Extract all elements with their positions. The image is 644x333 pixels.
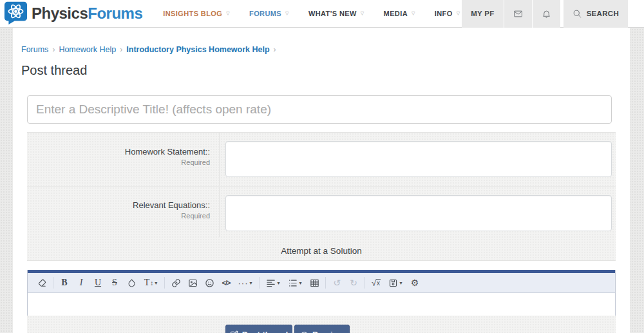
physics-forums-logo[interactable]: PhysicsForums — [4, 1, 142, 27]
relevant-equations-input[interactable] — [225, 195, 612, 231]
inbox-button[interactable] — [504, 0, 532, 28]
nav-insights-blog[interactable]: INSIGHTS BLOG▽ — [163, 10, 230, 17]
nav-whats-new[interactable]: WHAT'S NEW▽ — [308, 10, 365, 17]
insert-latex-button[interactable]: √x — [368, 275, 384, 290]
chevron-down-icon: ▽ — [412, 11, 415, 16]
align-lines-icon — [266, 278, 276, 288]
chevron-down-icon: ▽ — [361, 11, 365, 16]
editor-toolbar: B I U S T↕▾ </> ···▾ ▾ — [28, 273, 615, 293]
toolbar-separator — [325, 277, 326, 289]
search-chip-group: SEARCH — [564, 0, 628, 28]
eraser-icon — [37, 278, 47, 288]
required-hint: Required — [27, 212, 210, 220]
post-thread-button[interactable]: Post thread — [225, 325, 292, 333]
header-user-tools: MY PF SEARCH — [462, 0, 628, 28]
caret-down-icon: ▾ — [249, 280, 252, 286]
logo-text: PhysicsForums — [32, 5, 142, 23]
search-button[interactable]: SEARCH — [564, 0, 628, 28]
breadcrumb-forums[interactable]: Forums — [21, 45, 48, 54]
page-content: Forums›Homework Help›Introductory Physic… — [13, 28, 630, 333]
text-color-button[interactable] — [123, 275, 140, 290]
breadcrumb-homework-help[interactable]: Homework Help — [59, 45, 116, 54]
editor-settings-button[interactable]: ⚙ — [406, 275, 423, 290]
insert-table-button[interactable] — [306, 275, 323, 290]
chevron-down-icon: ▽ — [226, 11, 230, 16]
italic-button[interactable]: I — [73, 275, 90, 290]
bold-button[interactable]: B — [56, 275, 73, 290]
remove-formatting-button[interactable] — [33, 275, 50, 290]
relevant-equations-label: Relevant Equations:: — [27, 200, 210, 210]
thread-title-input[interactable] — [27, 95, 612, 124]
bell-icon — [542, 9, 551, 19]
alerts-button[interactable] — [532, 0, 560, 28]
page-title: Post thread — [21, 63, 87, 78]
attempt-at-solution-label: Attempt at a Solution — [27, 246, 616, 256]
compose-icon — [230, 330, 238, 333]
toolbar-separator — [259, 277, 260, 289]
nav-media[interactable]: MEDIA▽ — [384, 10, 415, 17]
toolbar-separator — [53, 277, 53, 289]
logo-atom-icon — [4, 1, 28, 27]
nav-info[interactable]: INFO▽ — [435, 10, 460, 17]
eye-icon — [300, 330, 308, 333]
breadcrumb-separator: › — [52, 45, 55, 54]
caret-down-icon: ▾ — [299, 280, 301, 286]
strikethrough-button[interactable]: S — [106, 275, 123, 290]
link-icon — [171, 278, 181, 288]
required-hint: Required — [27, 158, 210, 166]
underline-button[interactable]: U — [90, 275, 106, 290]
droplet-icon — [127, 278, 137, 288]
top-navigation-bar: PhysicsForums INSIGHTS BLOG▽ FORUMS▽ WHA… — [0, 0, 644, 28]
caret-down-icon: ▾ — [277, 280, 279, 286]
nav-forums[interactable]: FORUMS▽ — [249, 10, 289, 17]
breadcrumb-intro-physics[interactable]: Introductory Physics Homework Help — [126, 45, 269, 54]
envelope-icon — [513, 9, 523, 19]
undo-button[interactable]: ↺ — [328, 275, 345, 290]
insert-link-button[interactable] — [167, 275, 184, 290]
homework-statement-label-block: Homework Statement:: Required — [27, 147, 210, 166]
submit-row: Post thread Preview — [27, 316, 616, 333]
homework-statement-input[interactable] — [225, 141, 612, 177]
smiley-icon — [205, 278, 214, 288]
list-button[interactable]: ▾ — [284, 275, 306, 290]
editor-text-area[interactable] — [28, 293, 615, 316]
preview-button[interactable]: Preview — [294, 325, 350, 333]
more-options-button[interactable]: ···▾ — [234, 275, 256, 290]
caret-down-icon: ▾ — [399, 280, 402, 286]
drafts-icon — [388, 278, 398, 288]
breadcrumb: Forums›Homework Help›Introductory Physic… — [21, 45, 280, 54]
form-row-separator — [27, 186, 616, 187]
image-icon — [188, 278, 198, 288]
main-nav: INSIGHTS BLOG▽ FORUMS▽ WHAT'S NEW▽ MEDIA… — [163, 10, 460, 17]
account-chip-group: MY PF — [462, 0, 560, 28]
relevant-equations-label-block: Relevant Equations:: Required — [27, 200, 210, 220]
search-icon — [573, 9, 582, 19]
table-icon — [310, 278, 319, 288]
insert-image-button[interactable] — [184, 275, 201, 290]
redo-button[interactable]: ↻ — [345, 275, 362, 290]
chevron-down-icon: ▽ — [285, 11, 289, 16]
toolbar-separator — [365, 277, 365, 289]
breadcrumb-separator: › — [274, 45, 276, 54]
toolbar-separator — [164, 277, 165, 289]
resize-arrows-icon: ↕ — [150, 280, 153, 287]
gear-icon: ⚙ — [411, 278, 419, 288]
chevron-down-icon: ▽ — [457, 11, 460, 16]
insert-smilie-button[interactable] — [201, 275, 218, 290]
homework-statement-label: Homework Statement:: — [27, 147, 210, 157]
form-column-divider — [219, 133, 220, 237]
text-align-button[interactable]: ▾ — [262, 275, 284, 290]
bullet-list-icon — [288, 278, 298, 288]
caret-down-icon: ▾ — [155, 280, 157, 286]
drafts-button[interactable]: ▾ — [384, 275, 406, 290]
my-pf-button[interactable]: MY PF — [462, 0, 503, 28]
question-form-panel: Homework Statement:: Required Relevant E… — [27, 132, 616, 261]
breadcrumb-separator: › — [120, 45, 122, 54]
insert-code-button[interactable]: </> — [218, 275, 234, 290]
font-size-button[interactable]: T↕▾ — [140, 275, 162, 290]
